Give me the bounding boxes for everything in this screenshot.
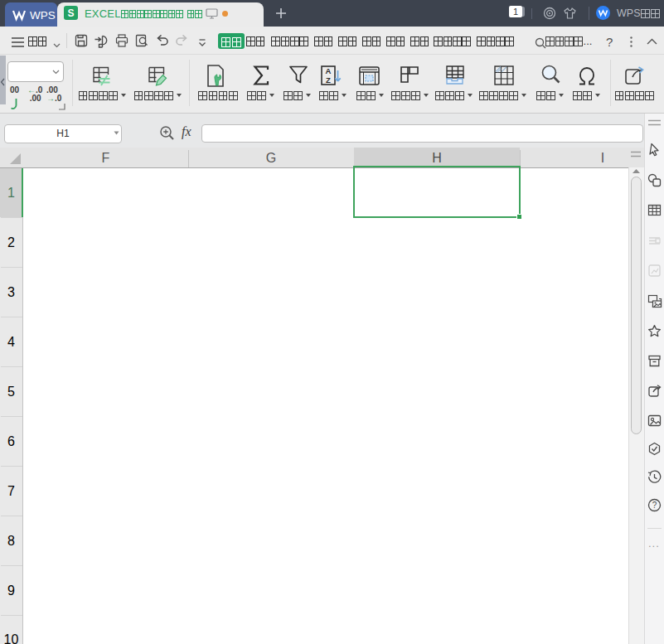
svg-text:A: A <box>326 66 332 75</box>
svg-text:?: ? <box>652 501 657 510</box>
svg-text:S: S <box>67 7 74 19</box>
svg-text:Z: Z <box>326 75 331 85</box>
